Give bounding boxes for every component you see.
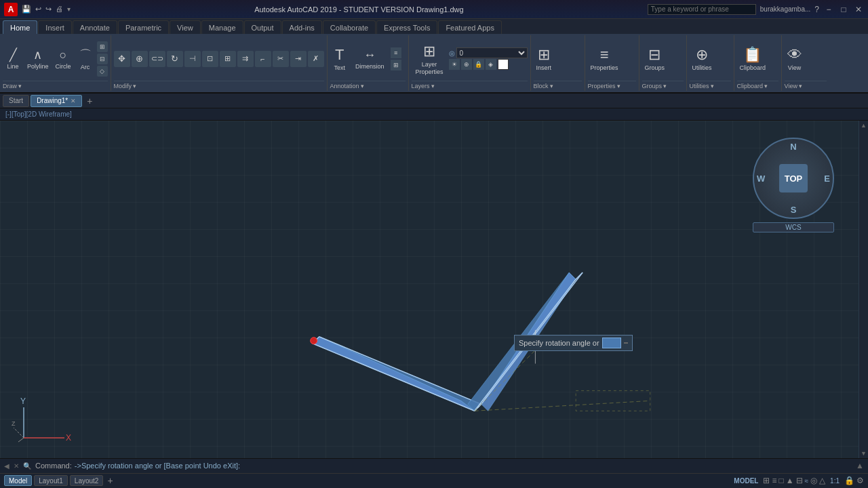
ribbon-content: ╱ Line ∧ Polyline ○ Circle ⌒ Arc ⊞ ⊟ ◇ D… [0, 34, 868, 94]
tab-collaborate[interactable]: Collaborate [323, 20, 376, 34]
close-button[interactable]: ✕ [853, 4, 864, 15]
block-dropdown-icon[interactable]: ▾ [550, 83, 553, 89]
line-button[interactable]: ╱ Line [3, 46, 23, 71]
utilities-group-label: Utilities [690, 83, 709, 89]
annotation-scale[interactable]: ≈ [805, 477, 809, 485]
maximize-button[interactable]: □ [838, 4, 849, 15]
clipboard-dropdown-icon[interactable]: ▾ [764, 83, 768, 89]
tab-annotate[interactable]: Annotate [73, 20, 117, 34]
tab-home[interactable]: Home [3, 20, 37, 34]
stretch-button[interactable]: ⊂⊃ [149, 51, 165, 67]
view-dropdown-icon[interactable]: ▾ [799, 83, 802, 89]
add-layout-button[interactable]: + [105, 475, 115, 486]
clipboard-button[interactable]: 📋 Clipboard [737, 45, 769, 73]
redo-icon[interactable]: ↪ [44, 3, 53, 15]
settings-icon[interactable]: ⚙ [856, 476, 864, 485]
extend-button[interactable]: ⇥ [290, 51, 307, 67]
text-button[interactable]: T Text [330, 45, 350, 73]
array-button[interactable]: ⊞ [220, 51, 236, 67]
annotation-group-label: Annotation [330, 83, 359, 89]
layers-dropdown-icon[interactable]: ▾ [431, 83, 435, 89]
search-cmd-icon[interactable]: 🔍 [23, 462, 31, 470]
view-mode-icon[interactable]: ≡ [772, 476, 776, 485]
layout-tab-layout1[interactable]: Layout1 [34, 475, 68, 486]
canvas-area[interactable]: Specify rotation angle or N S E W TOP WC… [0, 121, 868, 458]
layout-tab-layout2[interactable]: Layout2 [70, 475, 104, 486]
tab-drawing1[interactable]: Drawing1* ✕ [31, 95, 82, 107]
draw-more-3[interactable]: ◇ [97, 66, 108, 77]
rotation-angle-input[interactable] [602, 338, 621, 348]
grid-view-icon[interactable]: ⊞ [763, 476, 770, 485]
layout-tab-model[interactable]: Model [4, 475, 32, 486]
toolbar-icon[interactable]: △ [819, 476, 825, 485]
tab-insert[interactable]: Insert [38, 20, 72, 34]
erase-button[interactable]: ✗ [308, 51, 324, 67]
move-button[interactable]: ✥ [114, 51, 130, 67]
viewport-icon[interactable]: □ [778, 476, 783, 485]
tab-expresstools[interactable]: Express Tools [376, 20, 437, 34]
annotation-more-1[interactable]: ≡ [391, 47, 401, 58]
scroll-down-arrow[interactable]: ▼ [861, 450, 867, 457]
scale-icon[interactable]: ⊟ [796, 476, 803, 485]
groups-dropdown-icon[interactable]: ▾ [663, 83, 667, 89]
trim-button[interactable]: ✂ [273, 51, 289, 67]
layer-btn-1[interactable]: ☀ [449, 59, 460, 70]
save-icon[interactable]: 💾 [20, 3, 33, 15]
layer-btn-3[interactable]: 🔒 [473, 59, 484, 70]
undo-icon[interactable]: ↩ [34, 3, 43, 15]
right-scrollbar[interactable]: ▲ ▼ [859, 121, 868, 458]
draw-dropdown-icon[interactable]: ▾ [18, 83, 22, 89]
mirror-button[interactable]: ⊣ [184, 51, 201, 67]
groups-button[interactable]: ⊟ Groups [642, 45, 668, 73]
nav-icon[interactable]: ▲ [786, 476, 794, 485]
layer-properties-button[interactable]: ⊞ Layer Properties [412, 41, 448, 77]
compass-top-button[interactable]: TOP [779, 164, 808, 192]
properties-button[interactable]: ≡ Properties [588, 45, 621, 73]
fillet-button[interactable]: ⌐ [255, 51, 271, 67]
tab-addins[interactable]: Add-ins [282, 20, 322, 34]
circle-button[interactable]: ○ Circle [53, 47, 74, 71]
scroll-btn-close[interactable]: ✕ [14, 462, 19, 470]
tab-view[interactable]: View [170, 20, 201, 34]
annotation-dropdown-icon[interactable]: ▾ [361, 83, 364, 89]
insert-button[interactable]: ⊞ Insert [534, 45, 555, 73]
tab-manage[interactable]: Manage [201, 20, 243, 34]
scroll-btn-left[interactable]: ◀ [4, 462, 9, 470]
draw-more-2[interactable]: ⊟ [97, 54, 108, 64]
properties-dropdown-icon[interactable]: ▾ [617, 83, 620, 89]
tab-parametric[interactable]: Parametric [118, 20, 169, 34]
polyline-button[interactable]: ∧ Polyline [24, 46, 52, 71]
drawing1-close-icon[interactable]: ✕ [71, 98, 76, 104]
add-tab-button[interactable]: + [83, 95, 96, 107]
scale-button[interactable]: ⊡ [202, 51, 218, 67]
workspace-icon[interactable]: ◎ [810, 476, 817, 485]
dimension-button[interactable]: ↔ Dimension [351, 47, 389, 71]
tooltip-close-icon[interactable] [624, 342, 628, 344]
rotate-button[interactable]: ↻ [167, 51, 183, 67]
copy-button[interactable]: ⊕ [132, 51, 148, 67]
search-input[interactable] [648, 4, 756, 15]
wcs-label[interactable]: WCS [753, 222, 834, 232]
draw-more-1[interactable]: ⊞ [97, 41, 108, 52]
utilities-dropdown-icon[interactable]: ▾ [711, 83, 714, 89]
scroll-up-arrow[interactable]: ▲ [861, 122, 867, 129]
layer-btn-4[interactable]: ◈ [486, 59, 496, 70]
layer-dropdown[interactable]: 0 [456, 47, 528, 58]
view-button[interactable]: 👁 View [785, 45, 805, 73]
offset-button[interactable]: ⇉ [237, 51, 254, 67]
arc-button[interactable]: ⌒ Arc [75, 45, 96, 72]
layer-btn-2[interactable]: ⊕ [461, 59, 472, 70]
help-icon[interactable]: ? [814, 5, 819, 14]
modify-dropdown-icon[interactable]: ▾ [133, 83, 136, 89]
drawing-canvas[interactable] [0, 121, 868, 458]
minimize-button[interactable]: − [823, 4, 834, 15]
tab-output[interactable]: Output [244, 20, 281, 34]
tab-start[interactable]: Start [3, 95, 29, 107]
tab-featuredapps[interactable]: Featured Apps [438, 20, 502, 34]
utilities-button[interactable]: ⊕ Utilities [690, 45, 715, 73]
compass: N S E W TOP WCS [753, 138, 834, 226]
annotation-more-2[interactable]: ⊞ [391, 60, 401, 70]
command-expand-icon[interactable]: ▲ [856, 461, 864, 470]
lock-icon[interactable]: 🔒 [844, 476, 854, 485]
print-icon[interactable]: 🖨 [54, 3, 64, 15]
